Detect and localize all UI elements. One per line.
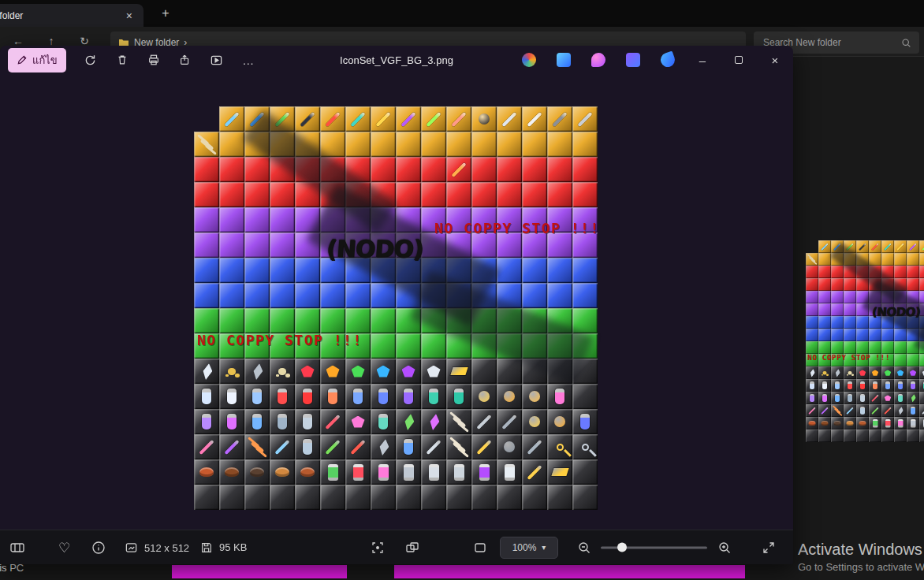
explorer-tab[interactable]: New folder ×: [0, 4, 143, 27]
sprite-tile-dark: [421, 485, 446, 510]
sprite-tile-green: [881, 354, 894, 366]
gallery-toggle-icon[interactable]: [9, 541, 25, 555]
bottle-item-icon: [911, 381, 915, 389]
zoom-out-icon[interactable]: [577, 541, 591, 555]
sprite-tile-purple: [320, 207, 345, 232]
sprite-tile-green: [295, 333, 320, 359]
can-item-icon: [353, 464, 363, 481]
minimize-button[interactable]: –: [684, 46, 721, 74]
sprite-tile-green: [844, 341, 856, 354]
sprite-tile-dark: [194, 459, 219, 485]
file-thumbnail[interactable]: NO COPPY STOP !!!(NODO)NO COPPY STOP !!!: [806, 240, 924, 442]
multi-view-icon[interactable]: [405, 541, 419, 555]
slideshow-icon[interactable]: [210, 53, 224, 67]
sprite-tile-green: [497, 333, 522, 359]
sprite-tile-green: [396, 333, 421, 359]
zoom-slider-knob[interactable]: [617, 543, 627, 552]
delete-icon[interactable]: [115, 53, 129, 67]
sprite-tile-purple: [844, 303, 856, 316]
sprite-tile-red: [421, 182, 446, 207]
bottle-item-icon: [911, 407, 915, 415]
sprite-tile-dark: [497, 434, 522, 459]
gem-item-icon: [377, 366, 390, 377]
sprite-tile-dark: [219, 459, 244, 485]
sprite-tile-dark: [497, 359, 522, 384]
photos-app-icon[interactable]: [522, 53, 536, 67]
sprite-tile-dark: [806, 404, 818, 417]
sprite-tile-purple: [421, 207, 446, 232]
sprite-tile-blue: [919, 329, 924, 341]
close-button[interactable]: ×: [757, 46, 793, 74]
food-item-icon: [809, 421, 816, 426]
sprite-tile-gold: [497, 106, 522, 132]
sprite-tile-gold: [295, 132, 320, 157]
sprite-tile-blue: [572, 283, 598, 308]
sprite-tile-purple: [907, 291, 919, 303]
sprite-tile-dark: [244, 384, 270, 409]
sprite-tile-dark: [194, 409, 219, 434]
sprite-tile-dark: [831, 417, 844, 429]
zoom-in-icon[interactable]: [717, 541, 732, 555]
favorite-icon[interactable]: ♡: [58, 539, 70, 556]
maximize-button[interactable]: [721, 46, 757, 74]
sprite-tile-purple: [522, 232, 547, 258]
file-size-icon: [200, 541, 213, 554]
sprite-tile-red: [907, 278, 919, 291]
sprite-tile-dark: [919, 404, 924, 417]
new-tab-button[interactable]: +: [156, 6, 175, 20]
sprite-tile-gold: [345, 132, 371, 157]
zoom-slider[interactable]: [601, 546, 707, 548]
tab-close-icon[interactable]: ×: [115, 9, 143, 22]
sprite-tile-blue: [421, 283, 446, 308]
food-item-icon: [834, 421, 841, 426]
zoom-slider-track[interactable]: [601, 546, 707, 548]
sprite-tile-blue: [907, 316, 919, 329]
viewer-title-bar: แก้ไข … IconSet_VGF_BG_3.png: [0, 46, 793, 74]
sprite-tile-dark: [806, 392, 818, 404]
sprite-tile-gold: [471, 132, 497, 157]
sprite-tile-dark: [446, 409, 471, 434]
blade-item-icon: [871, 407, 879, 415]
sprite-tile-purple: [244, 232, 270, 258]
clipchamp-app-icon[interactable]: [626, 53, 640, 67]
image-canvas[interactable]: NO COPPY STOP !!!(NODO)NO COPPY STOP !!!: [194, 106, 598, 510]
food-item-icon: [225, 467, 239, 477]
print-icon[interactable]: [147, 53, 161, 67]
share-icon[interactable]: [178, 53, 192, 67]
sprite-tile-red: [881, 266, 894, 278]
sprite-tile-gold: [320, 132, 345, 157]
nugget-item-icon: [848, 371, 852, 375]
bottle-item-icon: [810, 381, 814, 389]
edit-button[interactable]: แก้ไข: [8, 48, 66, 72]
sprite-tile-green: [396, 308, 421, 333]
sprite-tile-gold: [396, 132, 421, 157]
sprite-tile-dark: [421, 459, 446, 485]
can-item-icon: [454, 464, 464, 481]
more-options-icon[interactable]: …: [241, 53, 255, 67]
sprite-tile-dark: [869, 429, 881, 442]
fit-window-icon[interactable]: [473, 541, 487, 555]
paint-app-icon[interactable]: [658, 50, 676, 69]
sprite-tile-blue: [371, 283, 396, 308]
sprite-tile-dark: [446, 485, 471, 510]
fullscreen-icon[interactable]: [762, 541, 776, 555]
bottle-item-icon: [353, 389, 363, 404]
rotate-icon[interactable]: [84, 53, 98, 67]
gallery-app-icon[interactable]: [557, 53, 571, 67]
sprite-tile-green: [818, 354, 831, 366]
info-icon[interactable]: [91, 541, 106, 555]
sprite-tile-dark: [547, 409, 572, 434]
actual-size-icon[interactable]: [371, 541, 385, 555]
shard-item-icon: [910, 393, 917, 403]
designer-app-icon[interactable]: [591, 53, 605, 67]
sprite-tile-gold: [907, 253, 919, 266]
sprite-tile-purple: [881, 291, 894, 303]
sprite-tile-purple: [869, 303, 881, 316]
bone-item-icon: [452, 415, 466, 428]
sprite-tile-blue: [471, 258, 497, 283]
zoom-level-dropdown[interactable]: 100% ▾: [500, 537, 558, 559]
sprite-tile-dark: [856, 417, 869, 429]
sprite-tile-gold: [270, 106, 295, 132]
pencil-icon: [17, 54, 28, 65]
blade-item-icon: [375, 111, 390, 126]
